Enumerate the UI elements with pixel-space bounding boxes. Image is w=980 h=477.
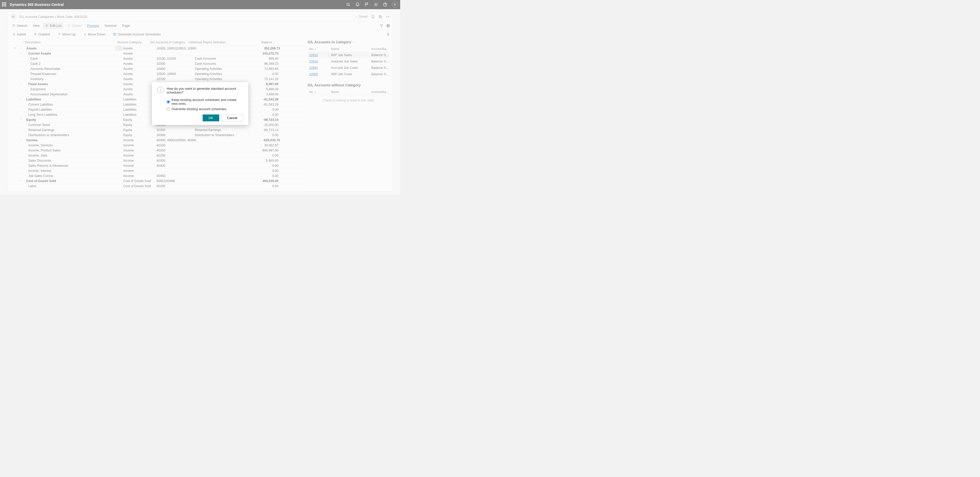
info-dialog-icon: i xyxy=(157,87,164,93)
radio-keep[interactable] xyxy=(167,100,170,103)
dialog-message: How do you want to generate standard acc… xyxy=(167,87,243,94)
option-overwrite[interactable]: Overwrite existing account schedules. xyxy=(167,107,243,111)
radio-overwrite[interactable] xyxy=(167,107,170,111)
option-keep-existing[interactable]: Keep existing account schedules and crea… xyxy=(167,98,243,106)
cancel-button[interactable]: Cancel xyxy=(221,114,243,121)
ok-button[interactable]: OK xyxy=(203,114,219,121)
modal-overlay: i How do you want to generate standard a… xyxy=(0,0,400,195)
generate-schedules-dialog: i How do you want to generate standard a… xyxy=(152,82,248,125)
